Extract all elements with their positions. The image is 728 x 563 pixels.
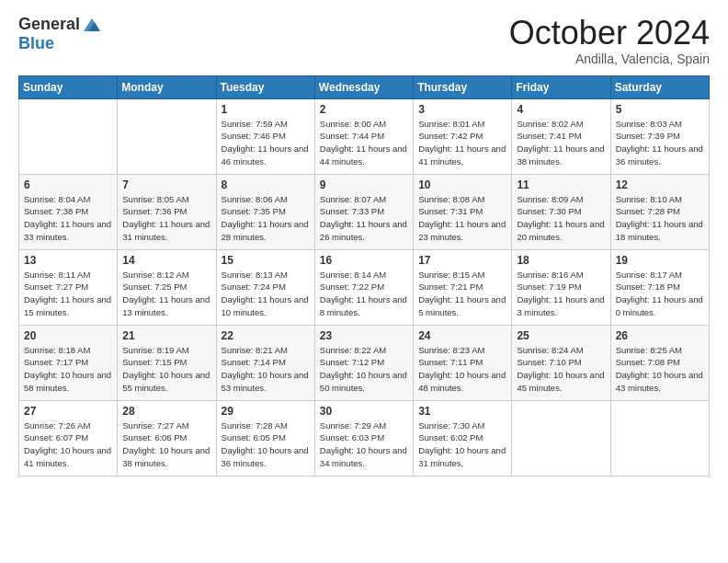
calendar-header: SundayMondayTuesdayWednesdayThursdayFrid… — [19, 75, 710, 98]
month-title: October 2024 — [509, 15, 710, 52]
day-number: 17 — [418, 254, 506, 267]
calendar-week-4: 20Sunrise: 8:18 AMSunset: 7:17 PMDayligh… — [19, 325, 710, 400]
calendar-cell: 5Sunrise: 8:03 AMSunset: 7:39 PMDaylight… — [610, 98, 709, 174]
calendar-cell: 4Sunrise: 8:02 AMSunset: 7:41 PMDaylight… — [512, 98, 610, 174]
calendar-cell: 17Sunrise: 8:15 AMSunset: 7:21 PMDayligh… — [414, 249, 512, 325]
day-number: 28 — [122, 405, 210, 418]
calendar-cell: 12Sunrise: 8:10 AMSunset: 7:28 PMDayligh… — [610, 174, 709, 249]
day-number: 25 — [517, 329, 605, 342]
day-info: Sunrise: 8:13 AMSunset: 7:24 PMDaylight:… — [222, 269, 310, 319]
logo-icon — [82, 15, 102, 35]
calendar: SundayMondayTuesdayWednesdayThursdayFrid… — [18, 75, 710, 477]
day-number: 18 — [517, 254, 605, 267]
day-info: Sunrise: 8:23 AMSunset: 7:11 PMDaylight:… — [418, 344, 506, 395]
day-info: Sunrise: 8:08 AMSunset: 7:31 PMDaylight:… — [418, 193, 506, 244]
day-number: 1 — [222, 103, 310, 116]
day-number: 22 — [222, 329, 310, 342]
calendar-cell — [19, 98, 118, 174]
calendar-cell: 31Sunrise: 7:30 AMSunset: 6:02 PMDayligh… — [414, 400, 512, 476]
calendar-cell: 25Sunrise: 8:24 AMSunset: 7:10 PMDayligh… — [512, 325, 610, 400]
weekday-header-wednesday: Wednesday — [314, 75, 413, 98]
calendar-cell: 8Sunrise: 8:06 AMSunset: 7:35 PMDaylight… — [216, 174, 314, 249]
weekday-header-monday: Monday — [118, 75, 216, 98]
day-number: 8 — [222, 178, 310, 191]
calendar-cell: 22Sunrise: 8:21 AMSunset: 7:14 PMDayligh… — [216, 325, 314, 400]
day-info: Sunrise: 8:18 AMSunset: 7:17 PMDaylight:… — [24, 344, 112, 395]
calendar-cell: 27Sunrise: 7:26 AMSunset: 6:07 PMDayligh… — [19, 400, 118, 476]
calendar-cell: 2Sunrise: 8:00 AMSunset: 7:44 PMDaylight… — [314, 98, 413, 174]
day-info: Sunrise: 8:03 AMSunset: 7:39 PMDaylight:… — [616, 118, 704, 168]
day-info: Sunrise: 8:05 AMSunset: 7:36 PMDaylight:… — [122, 193, 210, 244]
day-info: Sunrise: 7:27 AMSunset: 6:06 PMDaylight:… — [122, 419, 210, 470]
day-info: Sunrise: 7:59 AMSunset: 7:46 PMDaylight:… — [222, 118, 310, 168]
calendar-week-5: 27Sunrise: 7:26 AMSunset: 6:07 PMDayligh… — [19, 400, 710, 476]
calendar-cell: 26Sunrise: 8:25 AMSunset: 7:08 PMDayligh… — [610, 325, 709, 400]
day-number: 9 — [320, 178, 408, 191]
day-info: Sunrise: 8:10 AMSunset: 7:28 PMDaylight:… — [616, 193, 704, 244]
location: Andilla, Valencia, Spain — [509, 52, 710, 66]
day-info: Sunrise: 8:06 AMSunset: 7:35 PMDaylight:… — [222, 193, 310, 244]
day-info: Sunrise: 8:02 AMSunset: 7:41 PMDaylight:… — [517, 118, 605, 168]
calendar-cell — [512, 400, 610, 476]
logo: General Blue — [18, 15, 102, 53]
day-number: 4 — [517, 103, 605, 116]
day-info: Sunrise: 8:04 AMSunset: 7:38 PMDaylight:… — [24, 193, 112, 244]
calendar-cell: 28Sunrise: 7:27 AMSunset: 6:06 PMDayligh… — [118, 400, 216, 476]
calendar-cell: 6Sunrise: 8:04 AMSunset: 7:38 PMDaylight… — [19, 174, 118, 249]
calendar-cell: 21Sunrise: 8:19 AMSunset: 7:15 PMDayligh… — [118, 325, 216, 400]
day-info: Sunrise: 8:00 AMSunset: 7:44 PMDaylight:… — [320, 118, 408, 168]
calendar-body: 1Sunrise: 7:59 AMSunset: 7:46 PMDaylight… — [19, 98, 710, 476]
day-number: 19 — [616, 254, 704, 267]
weekday-header-row: SundayMondayTuesdayWednesdayThursdayFrid… — [19, 75, 710, 98]
day-info: Sunrise: 7:26 AMSunset: 6:07 PMDaylight:… — [24, 419, 112, 470]
day-number: 10 — [418, 178, 506, 191]
day-number: 29 — [222, 405, 310, 418]
day-number: 23 — [320, 329, 408, 342]
day-number: 6 — [24, 178, 112, 191]
day-number: 13 — [24, 254, 112, 267]
logo-general-text: General — [18, 16, 80, 34]
day-number: 27 — [24, 405, 112, 418]
day-number: 30 — [320, 405, 408, 418]
calendar-cell: 15Sunrise: 8:13 AMSunset: 7:24 PMDayligh… — [216, 249, 314, 325]
day-number: 2 — [320, 103, 408, 116]
day-info: Sunrise: 7:29 AMSunset: 6:03 PMDaylight:… — [320, 419, 408, 470]
day-info: Sunrise: 8:22 AMSunset: 7:12 PMDaylight:… — [320, 344, 408, 395]
day-number: 14 — [122, 254, 210, 267]
calendar-week-1: 1Sunrise: 7:59 AMSunset: 7:46 PMDaylight… — [19, 98, 710, 174]
day-number: 15 — [222, 254, 310, 267]
calendar-cell: 18Sunrise: 8:16 AMSunset: 7:19 PMDayligh… — [512, 249, 610, 325]
day-info: Sunrise: 8:19 AMSunset: 7:15 PMDaylight:… — [122, 344, 210, 395]
day-info: Sunrise: 8:14 AMSunset: 7:22 PMDaylight:… — [320, 269, 408, 319]
weekday-header-saturday: Saturday — [610, 75, 709, 98]
calendar-cell: 1Sunrise: 7:59 AMSunset: 7:46 PMDaylight… — [216, 98, 314, 174]
calendar-cell — [610, 400, 709, 476]
day-info: Sunrise: 8:15 AMSunset: 7:21 PMDaylight:… — [418, 269, 506, 319]
day-info: Sunrise: 8:09 AMSunset: 7:30 PMDaylight:… — [517, 193, 605, 244]
day-info: Sunrise: 8:07 AMSunset: 7:33 PMDaylight:… — [320, 193, 408, 244]
calendar-cell: 19Sunrise: 8:17 AMSunset: 7:18 PMDayligh… — [610, 249, 709, 325]
weekday-header-friday: Friday — [512, 75, 610, 98]
calendar-cell: 11Sunrise: 8:09 AMSunset: 7:30 PMDayligh… — [512, 174, 610, 249]
calendar-cell: 3Sunrise: 8:01 AMSunset: 7:42 PMDaylight… — [414, 98, 512, 174]
day-info: Sunrise: 8:24 AMSunset: 7:10 PMDaylight:… — [517, 344, 605, 395]
day-number: 21 — [122, 329, 210, 342]
day-info: Sunrise: 8:11 AMSunset: 7:27 PMDaylight:… — [24, 269, 112, 319]
page: General Blue October 2024 Andilla, Valen… — [0, 0, 728, 563]
calendar-week-2: 6Sunrise: 8:04 AMSunset: 7:38 PMDaylight… — [19, 174, 710, 249]
day-number: 20 — [24, 329, 112, 342]
day-number: 26 — [616, 329, 704, 342]
title-area: October 2024 Andilla, Valencia, Spain — [509, 15, 710, 66]
calendar-cell: 7Sunrise: 8:05 AMSunset: 7:36 PMDaylight… — [118, 174, 216, 249]
calendar-cell: 29Sunrise: 7:28 AMSunset: 6:05 PMDayligh… — [216, 400, 314, 476]
day-info: Sunrise: 7:30 AMSunset: 6:02 PMDaylight:… — [418, 419, 506, 470]
day-number: 16 — [320, 254, 408, 267]
day-number: 31 — [418, 405, 506, 418]
day-info: Sunrise: 8:16 AMSunset: 7:19 PMDaylight:… — [517, 269, 605, 319]
calendar-cell: 14Sunrise: 8:12 AMSunset: 7:25 PMDayligh… — [118, 249, 216, 325]
day-info: Sunrise: 8:12 AMSunset: 7:25 PMDaylight:… — [122, 269, 210, 319]
day-number: 5 — [616, 103, 704, 116]
day-info: Sunrise: 8:01 AMSunset: 7:42 PMDaylight:… — [418, 118, 506, 168]
calendar-cell: 30Sunrise: 7:29 AMSunset: 6:03 PMDayligh… — [314, 400, 413, 476]
day-number: 11 — [517, 178, 605, 191]
